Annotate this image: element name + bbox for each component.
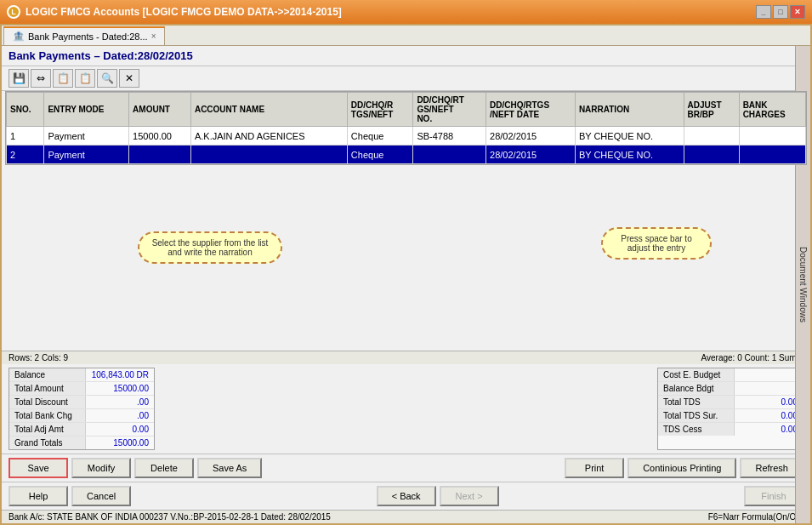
col-ddchq-rtgs: DD/CHQ/RTGS/NEFT	[347, 93, 413, 127]
cell-narration: BY CHEQUE NO.	[575, 146, 684, 164]
balance-bdgt-value	[735, 382, 803, 395]
data-table: SNO. ENTRY MODE AMOUNT ACCOUNT NAME DD/C…	[6, 92, 806, 164]
maximize-btn[interactable]: □	[773, 5, 788, 19]
tab-close-btn[interactable]: ×	[151, 31, 156, 41]
col-ddchq-no: DD/CHQ/RTGS/NEFTNO.	[413, 93, 486, 127]
app-icon: L	[7, 5, 20, 19]
delete-toolbar-btn[interactable]: ✕	[119, 69, 139, 88]
tooltip-space-bar: Press space bar to adjust the entry	[601, 227, 712, 260]
tds-cess-label: TDS Cess	[658, 423, 735, 436]
nav-buttons-row: Help Cancel < Back Next > Finish	[2, 482, 810, 510]
print-button[interactable]: Print	[565, 458, 624, 478]
bank-payments-tab[interactable]: 🏦 Bank Payments - Dated:28... ×	[3, 26, 165, 45]
grand-total-value: 15000.00	[86, 437, 154, 449]
cell-neft-date: 28/02/2015	[486, 127, 576, 146]
paste-toolbar-btn[interactable]: 📋	[75, 69, 95, 88]
content-area: SNO. ENTRY MODE AMOUNT ACCOUNT NAME DD/C…	[2, 91, 810, 351]
cost-budget-label: Cost E. Budget	[658, 368, 735, 381]
window-title: Bank Payments – Dated:28/02/2015	[9, 49, 193, 62]
balance-value: 106,843.00 DR	[86, 368, 154, 381]
title-bar: L LOGIC FMCG Accounts [LOGIC FMCG DEMO D…	[0, 0, 812, 24]
app-title: LOGIC FMCG Accounts [LOGIC FMCG DEMO DAT…	[26, 6, 342, 18]
back-button[interactable]: < Back	[377, 486, 436, 506]
copy-toolbar-btn[interactable]: 📋	[53, 69, 73, 88]
cell-neft-no: SB-4788	[413, 127, 486, 146]
table-row[interactable]: 1 Payment 15000.00 A.K.JAIN AND AGENICES…	[7, 127, 806, 146]
adj-amt-label: Total Adj Amt	[9, 423, 86, 436]
cell-neft-no	[413, 146, 486, 164]
cell-account-name	[190, 146, 347, 164]
bank-chg-label: Total Bank Chg	[9, 409, 86, 422]
main-window: Document Windows 🏦 Bank Payments - Dated…	[0, 24, 812, 525]
col-ddchq-date: DD/CHQ/RTGS/NEFT DATE	[486, 93, 576, 127]
close-btn[interactable]: ✕	[790, 5, 805, 19]
summary-panel-right: Cost E. Budget Balance Bdgt Total TDS 0.…	[657, 368, 803, 450]
summary-total-discount-row: Total Discount .00	[9, 396, 154, 409]
status-left: Bank A/c: STATE BANK OF INDIA 000237 V.N…	[9, 512, 331, 522]
stats-label: Average: 0 Count: 1 Sum:0	[701, 353, 803, 362]
tab-label: Bank Payments - Dated:28...	[28, 31, 148, 42]
save-button[interactable]: Save	[9, 458, 68, 478]
help-button[interactable]: Help	[9, 486, 68, 506]
cell-amount: 15000.00	[129, 127, 191, 146]
balance-bdgt-label: Balance Bdgt	[658, 382, 735, 395]
cell-amount	[129, 146, 191, 164]
cell-entry-mode: Payment	[44, 127, 129, 146]
col-entry-mode: ENTRY MODE	[44, 93, 129, 127]
total-discount-label: Total Discount	[9, 396, 86, 408]
summary-grand-total-row: Grand Totals 15000.00	[9, 437, 154, 449]
window-header: Bank Payments – Dated:28/02/2015	[2, 46, 810, 66]
modify-button[interactable]: Modify	[71, 458, 131, 478]
summary-bank-chg-row: Total Bank Chg .00	[9, 409, 154, 423]
tds-cess-value: 0.00	[735, 423, 803, 436]
find-toolbar-btn[interactable]: 🔍	[97, 69, 117, 88]
summary-balance-row: Balance 106,843.00 DR	[9, 368, 154, 382]
summary-tds-cess-row: TDS Cess 0.00	[658, 423, 803, 436]
cell-adjust-br	[684, 127, 739, 146]
adj-amt-value: 0.00	[86, 423, 154, 436]
cost-budget-value	[735, 368, 803, 381]
tds-sur-value: 0.00	[735, 409, 803, 422]
col-bank-charges: BANKCHARGES	[739, 93, 805, 127]
refresh-button[interactable]: Refresh	[740, 458, 803, 478]
cell-ddchq: Cheque	[347, 127, 413, 146]
cell-entry-mode: Payment	[44, 146, 129, 164]
total-amount-label: Total Amount	[9, 382, 86, 395]
summary-cost-budget-row: Cost E. Budget	[658, 368, 803, 382]
rows-cols-label: Rows: 2 Cols: 9	[9, 353, 68, 362]
continuous-printing-button[interactable]: Continious Printing	[627, 458, 736, 478]
cell-account-name: A.K.JAIN AND AGENICES	[190, 127, 347, 146]
summary-area: Balance 106,843.00 DR Total Amount 15000…	[2, 364, 810, 454]
delete-button[interactable]: Delete	[134, 458, 194, 478]
tab-icon: 🏦	[13, 31, 25, 42]
col-sno: SNO.	[7, 93, 44, 127]
cell-ddchq: Cheque	[347, 146, 413, 164]
cancel-button[interactable]: Cancel	[71, 486, 131, 506]
total-amount-value: 15000.00	[86, 382, 154, 395]
tab-bar: 🏦 Bank Payments - Dated:28... ×	[2, 26, 810, 46]
summary-panel-left: Balance 106,843.00 DR Total Amount 15000…	[9, 368, 155, 450]
status-right: F6=Narr Formula(On/Off)	[708, 512, 803, 522]
nav-toolbar-btn[interactable]: ⇔	[31, 69, 51, 88]
bank-chg-value: .00	[86, 409, 154, 422]
grid-status-bar: Rows: 2 Cols: 9 Average: 0 Count: 1 Sum:…	[2, 351, 810, 364]
cell-bank-charges	[739, 146, 805, 164]
col-amount: AMOUNT	[129, 93, 191, 127]
toolbar: 💾 ⇔ 📋 📋 🔍 ✕	[2, 66, 810, 91]
data-grid-container: SNO. ENTRY MODE AMOUNT ACCOUNT NAME DD/C…	[5, 91, 807, 165]
summary-total-amount-row: Total Amount 15000.00	[9, 382, 154, 396]
next-button[interactable]: Next >	[440, 486, 499, 506]
tooltip-supplier: Select the supplier from the list and wr…	[138, 231, 282, 264]
col-account-name: ACCOUNT NAME	[190, 93, 347, 127]
grand-total-label: Grand Totals	[9, 437, 86, 449]
save-as-button[interactable]: Save As	[197, 458, 262, 478]
total-tds-label: Total TDS	[658, 396, 735, 408]
cell-bank-charges	[739, 127, 805, 146]
bottom-status-bar: Bank A/c: STATE BANK OF INDIA 000237 V.N…	[2, 510, 810, 523]
cell-sno: 2	[7, 146, 44, 164]
save-toolbar-btn[interactable]: 💾	[9, 69, 29, 88]
table-row[interactable]: 2 Payment Cheque 28/02/2015 BY CHEQUE NO…	[7, 146, 806, 164]
minimize-btn[interactable]: _	[756, 5, 771, 19]
cell-neft-date: 28/02/2015	[486, 146, 576, 164]
summary-total-tds-row: Total TDS 0.00	[658, 396, 803, 409]
